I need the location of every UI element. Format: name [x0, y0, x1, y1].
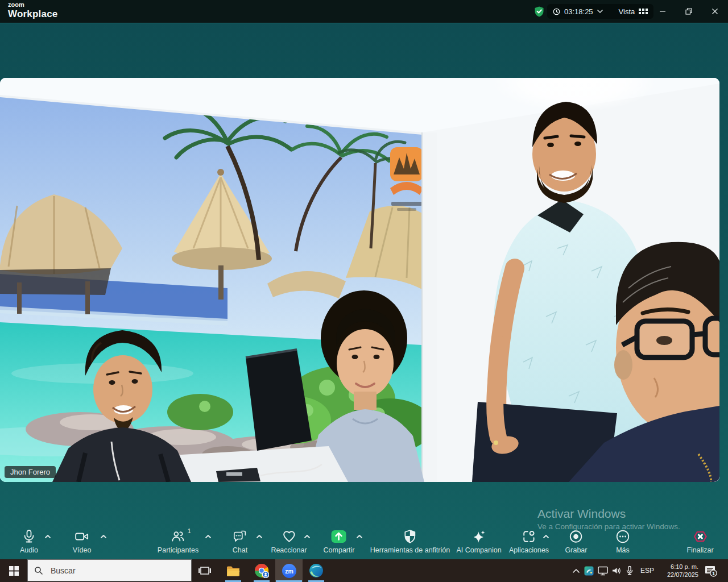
chat-button[interactable]: Chat: [233, 529, 247, 554]
apps-button[interactable]: Aplicaciones: [509, 529, 549, 554]
chrome-button[interactable]: [248, 559, 275, 582]
task-view-button[interactable]: [191, 559, 218, 582]
host-tools-label: Herramientas de anfitrión: [370, 546, 450, 554]
tray-expand-chevron-icon[interactable]: [570, 559, 582, 582]
participants-label: Participantes: [158, 546, 198, 554]
react-button[interactable]: Reaccionar: [271, 529, 307, 554]
action-center-button[interactable]: 1: [702, 559, 719, 582]
app-logo: zoom Workplace: [8, 2, 57, 19]
minimize-button[interactable]: [650, 0, 676, 23]
close-button[interactable]: [702, 0, 728, 23]
watermark-title: Activar Windows: [537, 507, 680, 521]
meeting-info-pill[interactable]: 03:18:25 Vista: [547, 4, 653, 19]
more-button[interactable]: Más: [615, 529, 630, 554]
participants-button[interactable]: 1 Participantes: [158, 529, 198, 554]
apps-icon: [522, 529, 536, 544]
end-call-icon: [692, 529, 708, 544]
zoom-app-button[interactable]: zm: [275, 559, 303, 582]
notification-count-badge: 1: [712, 571, 715, 576]
language-indicator[interactable]: ESP: [638, 559, 656, 582]
audio-menu-chevron-icon[interactable]: [44, 534, 51, 539]
start-button[interactable]: [0, 559, 27, 582]
tray-time: 6:10 p. m.: [671, 563, 698, 571]
edge-button[interactable]: [303, 559, 330, 582]
share-screen-label: Compartir: [324, 546, 355, 554]
network-icon[interactable]: [596, 559, 610, 582]
share-screen-icon: [331, 529, 347, 544]
participants-icon: 1: [171, 529, 185, 544]
participant-name-tag: Jhon Forero: [5, 466, 56, 478]
video-feed: Jhon Forero: [0, 78, 719, 482]
video-button[interactable]: Vídeo: [73, 529, 92, 554]
ai-companion-button[interactable]: AI Companion: [456, 529, 501, 554]
security-shield-icon[interactable]: [533, 6, 545, 17]
windows-taskbar: zm ESP 6:10 p. m. 22/07/2025 1: [0, 559, 728, 582]
titlebar: zoom Workplace 03:18:25 Vista: [0, 0, 728, 23]
zoom-icon-text: zm: [285, 567, 293, 574]
brand-workplace: Workplace: [8, 9, 57, 19]
meeting-timer[interactable]: 03:18:25: [564, 7, 593, 16]
timer-chevron-down-icon[interactable]: [597, 10, 603, 13]
tray-date: 22/07/2025: [667, 571, 698, 579]
view-button-label[interactable]: Vista: [619, 7, 635, 16]
participants-menu-chevron-icon[interactable]: [205, 534, 212, 539]
ai-companion-label: AI Companion: [456, 546, 501, 554]
tray-microphone-icon[interactable]: [623, 559, 636, 582]
apps-menu-chevron-icon[interactable]: [543, 534, 549, 539]
more-label: Más: [616, 546, 630, 554]
react-label: Reaccionar: [271, 546, 307, 554]
record-label: Grabar: [565, 546, 588, 554]
ellipsis-icon: [615, 529, 630, 544]
volume-icon[interactable]: [610, 559, 623, 582]
record-button[interactable]: Grabar: [565, 529, 588, 554]
chat-menu-chevron-icon[interactable]: [256, 534, 263, 539]
timer-clock-icon: [553, 8, 560, 15]
activate-windows-watermark: Activar Windows Ve a Configuración para …: [537, 507, 680, 531]
restore-button[interactable]: [676, 0, 702, 23]
video-menu-chevron-icon[interactable]: [100, 534, 107, 539]
meeting-canvas: Jhon Forero Activar Windows Ve a Configu…: [0, 23, 728, 559]
apps-label: Aplicaciones: [509, 546, 549, 554]
chat-bubble-icon: [233, 529, 247, 544]
chat-label: Chat: [233, 546, 247, 554]
brand-zoom: zoom: [8, 2, 57, 8]
participants-count-badge: 1: [188, 527, 191, 534]
audio-button[interactable]: Audio: [20, 529, 38, 554]
shield-quadrant-icon: [403, 529, 417, 544]
record-icon: [569, 529, 584, 544]
camera-icon: [75, 529, 89, 544]
search-input[interactable]: [27, 559, 192, 581]
view-grid-icon[interactable]: [639, 7, 648, 15]
share-screen-button[interactable]: Compartir: [324, 529, 355, 554]
share-menu-chevron-icon[interactable]: [356, 534, 363, 539]
host-tools-button[interactable]: Herramientas de anfitrión: [370, 529, 450, 554]
tray-app-icon[interactable]: [582, 559, 595, 582]
audio-label: Audio: [20, 546, 38, 554]
microphone-icon: [22, 529, 36, 544]
react-menu-chevron-icon[interactable]: [304, 534, 311, 539]
file-explorer-button[interactable]: [220, 559, 247, 582]
sparkle-icon: [471, 529, 486, 544]
video-scene-illustration: [0, 78, 719, 482]
language-code: ESP: [640, 567, 654, 575]
taskbar-clock[interactable]: 6:10 p. m. 22/07/2025: [659, 559, 700, 582]
end-meeting-label: Finalizar: [686, 546, 713, 554]
watermark-subtitle: Ve a Configuración para activar Windows.: [537, 522, 680, 531]
video-label: Vídeo: [73, 546, 92, 554]
heart-icon: [282, 529, 296, 544]
end-meeting-button[interactable]: Finalizar: [686, 529, 713, 554]
